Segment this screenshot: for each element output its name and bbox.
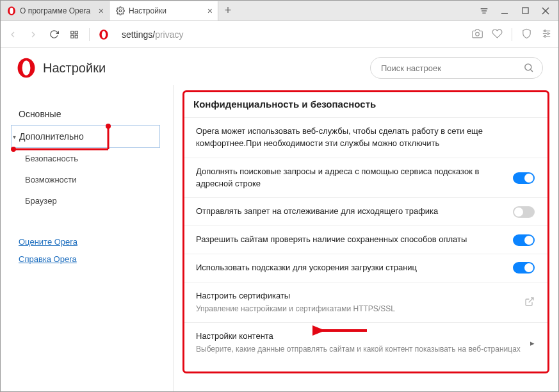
url-display[interactable]: settings/privacy: [118, 29, 463, 40]
row-label: Разрешить сайтам проверять наличие сохра…: [196, 234, 504, 246]
tab-settings[interactable]: Настройки ×: [109, 1, 218, 20]
svg-rect-13: [75, 35, 77, 38]
panel-title: Конфиденциальность и безопасность: [184, 92, 547, 117]
panel-intro-text: Opera может использовать веб-службы, что…: [196, 126, 535, 150]
shield-icon[interactable]: [521, 28, 532, 41]
svg-point-18: [544, 29, 546, 31]
row-autocomplete: Дополнять поисковые запросы и адреса с п…: [184, 158, 547, 198]
divider: [89, 28, 90, 41]
new-tab-button[interactable]: +: [218, 4, 238, 17]
svg-line-31: [529, 298, 533, 302]
titlebar: О программе Opera × Настройки × +: [1, 1, 558, 21]
external-link-icon: [524, 297, 535, 309]
panel-intro-row: Opera может использовать веб-службы, что…: [184, 117, 547, 158]
svg-point-16: [476, 32, 480, 36]
sidebar-item-security[interactable]: Безопасность: [11, 148, 160, 169]
back-button[interactable]: [7, 29, 19, 40]
close-window-icon[interactable]: [537, 3, 555, 19]
easy-setup-icon[interactable]: [541, 28, 552, 41]
camera-icon[interactable]: [472, 28, 483, 41]
svg-rect-10: [71, 31, 74, 33]
svg-rect-11: [75, 31, 77, 33]
tab-label: О программе Opera: [20, 6, 90, 15]
row-label: Дополнять поисковые запросы и адреса с п…: [196, 166, 504, 190]
row-content-settings[interactable]: Настройки контента Выберите, какие данны…: [184, 322, 547, 363]
opera-logo: [16, 58, 36, 78]
tab-about-opera[interactable]: О программе Opera ×: [1, 1, 109, 20]
toggle-preload[interactable]: [513, 262, 535, 274]
row-title: Настройки контента: [196, 331, 521, 343]
page-header: Настройки: [1, 48, 558, 85]
url-prefix: settings/: [122, 29, 155, 40]
toggle-payment-check[interactable]: [513, 234, 535, 246]
row-preload: Использовать подсказки для ускорения заг…: [184, 254, 547, 282]
heart-icon[interactable]: [492, 28, 503, 41]
row-payment-check: Разрешить сайтам проверять наличие сохра…: [184, 225, 547, 254]
sidebar: Основные ▾ Дополнительно Безопасность Во…: [1, 85, 174, 391]
forward-button[interactable]: [28, 29, 39, 40]
row-do-not-track: Отправлять запрет на отслеживание для ис…: [184, 197, 547, 225]
tab-label: Настройки: [129, 6, 166, 15]
svg-point-24: [22, 60, 31, 75]
row-certificates[interactable]: Настроить сертификаты Управление настрой…: [184, 282, 547, 322]
address-bar: settings/privacy: [1, 21, 558, 48]
close-icon[interactable]: ×: [207, 6, 213, 15]
row-label: Использовать подсказки для ускорения заг…: [196, 262, 504, 274]
sidebar-item-basic[interactable]: Основные: [11, 103, 160, 125]
caret-down-icon: ▾: [13, 133, 16, 140]
opera-favicon: [7, 6, 16, 15]
svg-point-25: [525, 64, 531, 70]
search-icon: [523, 62, 534, 75]
sidebar-item-label: Дополнительно: [19, 131, 84, 142]
close-icon[interactable]: ×: [99, 6, 104, 15]
gear-icon: [116, 6, 125, 15]
privacy-panel: Конфиденциальность и безопасность Opera …: [182, 90, 549, 373]
main-area: Основные ▾ Дополнительно Безопасность Во…: [1, 85, 558, 391]
maximize-icon[interactable]: [516, 3, 534, 19]
toggle-autocomplete[interactable]: [513, 172, 535, 184]
row-title: Настроить сертификаты: [196, 290, 515, 302]
row-subtitle: Управление настройками и сертификатами H…: [196, 304, 515, 314]
reload-button[interactable]: [48, 29, 60, 39]
sidebar-item-advanced[interactable]: ▾ Дополнительно: [11, 125, 160, 148]
speed-dial-button[interactable]: [69, 30, 80, 39]
row-subtitle: Выберите, какие данные отправлять сайтам…: [196, 344, 521, 355]
toggle-do-not-track[interactable]: [513, 206, 535, 218]
svg-point-1: [10, 7, 13, 13]
row-label: Отправлять запрет на отслеживание для ис…: [196, 206, 504, 218]
help-opera-link[interactable]: Справка Opera: [11, 250, 160, 268]
svg-point-22: [544, 35, 546, 37]
sidebar-item-browser[interactable]: Браузер: [11, 190, 160, 211]
page-title: Настройки: [43, 61, 106, 76]
window-controls: [475, 3, 558, 19]
rate-opera-link[interactable]: Оцените Opera: [11, 233, 160, 250]
svg-line-26: [531, 70, 533, 72]
divider: [512, 28, 512, 41]
svg-point-15: [102, 31, 106, 38]
url-suffix: privacy: [155, 29, 183, 40]
sidebar-item-features[interactable]: Возможности: [11, 169, 160, 190]
minimize-icon[interactable]: [496, 3, 514, 19]
content-area: Конфиденциальность и безопасность Opera …: [174, 85, 558, 391]
opera-url-icon: [99, 29, 109, 40]
settings-search: [370, 57, 543, 79]
svg-rect-12: [71, 35, 74, 38]
svg-point-20: [547, 33, 549, 35]
chevron-right-icon: ▸: [530, 338, 535, 348]
search-input[interactable]: [370, 57, 543, 79]
menu-icon[interactable]: [475, 3, 493, 19]
svg-point-2: [119, 10, 122, 12]
svg-rect-7: [522, 8, 528, 13]
